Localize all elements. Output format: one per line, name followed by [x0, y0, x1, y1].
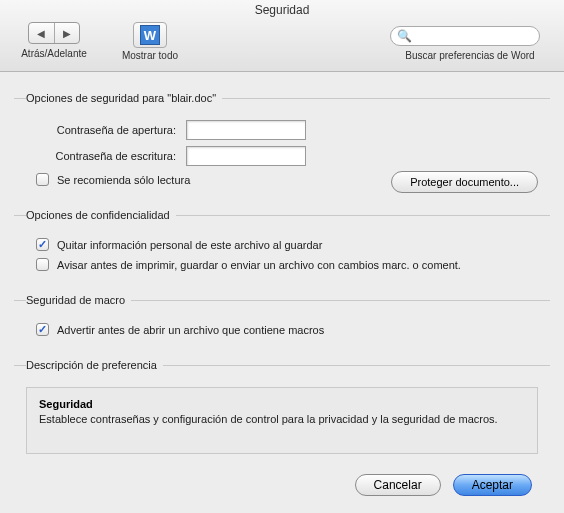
warn-macros-row: Advertir antes de abrir un archivo que c… [36, 323, 538, 336]
remove-personal-label: Quitar información personal de este arch… [57, 239, 322, 251]
forward-arrow-icon[interactable]: ▶ [55, 23, 80, 43]
search-field[interactable]: 🔍 [390, 26, 540, 46]
warn-changes-checkbox[interactable] [36, 258, 49, 271]
back-forward-label: Atrás/Adelante [14, 48, 94, 59]
write-password-row: Contraseña de escritura: [26, 146, 538, 166]
remove-personal-checkbox[interactable] [36, 238, 49, 251]
search-label: Buscar preferencias de Word [390, 50, 550, 61]
description-title: Seguridad [39, 398, 525, 410]
write-password-label: Contraseña de escritura: [26, 150, 186, 162]
privacy-group: Opciones de confidencialidad Quitar info… [14, 209, 550, 284]
readonly-label: Se recomienda sólo lectura [57, 174, 190, 186]
content: Opciones de seguridad para "blair.doc" C… [0, 72, 564, 508]
readonly-checkbox[interactable] [36, 173, 49, 186]
warn-macros-label: Advertir antes de abrir un archivo que c… [57, 324, 324, 336]
nav-group: ◀ ▶ Atrás/Adelante [14, 22, 94, 59]
privacy-legend: Opciones de confidencialidad [26, 209, 176, 221]
toolbar: Seguridad ◀ ▶ Atrás/Adelante W Mostrar t… [0, 0, 564, 72]
open-password-input[interactable] [186, 120, 306, 140]
show-all-label: Mostrar todo [110, 50, 190, 61]
description-body: Establece contraseñas y configuración de… [39, 413, 525, 425]
window-title: Seguridad [0, 3, 564, 17]
cancel-button[interactable]: Cancelar [355, 474, 441, 496]
macro-group: Seguridad de macro Advertir antes de abr… [14, 294, 550, 349]
word-icon: W [140, 25, 160, 45]
search-input[interactable] [416, 30, 554, 42]
open-password-label: Contraseña de apertura: [26, 124, 186, 136]
ok-button[interactable]: Aceptar [453, 474, 532, 496]
readonly-row: Se recomienda sólo lectura Proteger docu… [36, 173, 538, 186]
macro-legend: Seguridad de macro [26, 294, 131, 306]
warn-changes-row: Avisar antes de imprimir, guardar o envi… [36, 258, 538, 271]
warn-changes-label: Avisar antes de imprimir, guardar o envi… [57, 259, 461, 271]
description-box: Seguridad Establece contraseñas y config… [26, 387, 538, 454]
write-password-input[interactable] [186, 146, 306, 166]
security-options-legend: Opciones de seguridad para "blair.doc" [26, 92, 222, 104]
remove-personal-row: Quitar información personal de este arch… [36, 238, 538, 251]
show-all-group: W Mostrar todo [110, 22, 190, 61]
search-icon: 🔍 [397, 29, 412, 43]
security-options-group: Opciones de seguridad para "blair.doc" C… [14, 92, 550, 199]
show-all-button[interactable]: W [133, 22, 167, 48]
back-arrow-icon[interactable]: ◀ [29, 23, 55, 43]
footer: Cancelar Aceptar [14, 460, 550, 496]
description-group: Descripción de preferencia Seguridad Est… [14, 359, 550, 460]
protect-document-button[interactable]: Proteger documento... [391, 171, 538, 193]
back-forward-segmented[interactable]: ◀ ▶ [28, 22, 80, 44]
description-legend: Descripción de preferencia [26, 359, 163, 371]
open-password-row: Contraseña de apertura: [26, 120, 538, 140]
warn-macros-checkbox[interactable] [36, 323, 49, 336]
search-group: 🔍 Buscar preferencias de Word [390, 26, 550, 61]
